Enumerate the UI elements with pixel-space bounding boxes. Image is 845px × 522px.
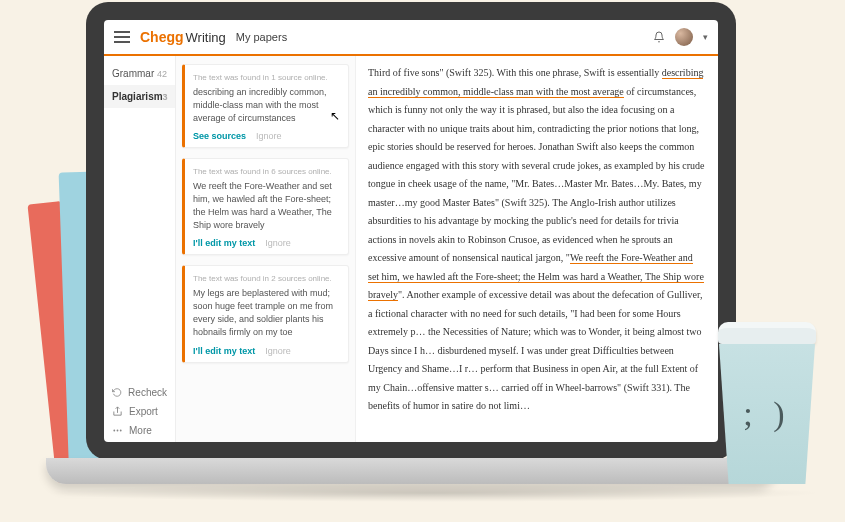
cursor-icon: ↖: [330, 109, 340, 123]
sidebar-item-count: 3: [163, 92, 168, 102]
sidebar-item-count: 42: [157, 69, 167, 79]
more-icon: [112, 425, 123, 436]
chevron-down-icon[interactable]: ▾: [703, 32, 708, 42]
card-source-note: The text was found in 1 source online.: [193, 73, 340, 82]
svg-point-0: [113, 430, 115, 432]
card-excerpt: describing an incredibly common, middle-…: [193, 86, 340, 125]
sidebar-item-grammar[interactable]: Grammar 42: [104, 62, 175, 85]
card-source-note: The text was found in 6 sources online.: [193, 167, 340, 176]
ignore-link[interactable]: Ignore: [265, 346, 291, 356]
svg-point-2: [120, 430, 122, 432]
see-sources-link[interactable]: See sources: [193, 131, 246, 141]
sidebar-recheck-label: Recheck: [128, 387, 167, 398]
sidebar-export-label: Export: [129, 406, 158, 417]
sidebar-item-label: Grammar: [112, 68, 154, 79]
edit-text-link[interactable]: I'll edit my text: [193, 346, 255, 356]
document-body[interactable]: Third of five sons" (Swift 325). With th…: [356, 56, 718, 442]
cup-face: ; ): [743, 395, 790, 433]
plagiarism-card[interactable]: The text was found in 2 sources online. …: [182, 265, 349, 362]
sidebar-export[interactable]: Export: [112, 406, 167, 417]
svg-point-1: [117, 430, 119, 432]
notifications-icon[interactable]: [653, 31, 665, 43]
card-excerpt: My legs are beplastered with mud; soon h…: [193, 287, 340, 339]
essay-text: ". Another example of excessive detail w…: [368, 289, 702, 411]
sidebar-item-plagiarism[interactable]: Plagiarism 3: [104, 85, 175, 108]
brand-logo[interactable]: Chegg Writing: [140, 29, 226, 45]
edit-text-link[interactable]: I'll edit my text: [193, 238, 255, 248]
ignore-link[interactable]: Ignore: [265, 238, 291, 248]
app-screen: Chegg Writing My papers ▾ Grammar 42 Pla…: [104, 20, 718, 442]
app-header: Chegg Writing My papers ▾: [104, 20, 718, 56]
hamburger-menu-icon[interactable]: [114, 31, 130, 43]
essay-text: Third of five sons" (Swift 325). With th…: [368, 67, 662, 78]
brand-writing: Writing: [186, 30, 226, 45]
plagiarism-card[interactable]: The text was found in 1 source online. d…: [182, 64, 349, 148]
plagiarism-card[interactable]: The text was found in 6 sources online. …: [182, 158, 349, 255]
refresh-icon: [112, 387, 122, 398]
sidebar-recheck[interactable]: Recheck: [112, 387, 167, 398]
issues-panel: The text was found in 1 source online. d…: [176, 56, 356, 442]
left-sidebar: Grammar 42 Plagiarism 3 Recheck Export: [104, 56, 176, 442]
ignore-link[interactable]: Ignore: [256, 131, 282, 141]
decor-coffee-cup: ; ): [711, 322, 823, 492]
sidebar-item-label: Plagiarism: [112, 91, 163, 102]
laptop-frame: Chegg Writing My papers ▾ Grammar 42 Pla…: [86, 2, 736, 460]
export-icon: [112, 406, 123, 417]
user-avatar[interactable]: [675, 28, 693, 46]
card-excerpt: We reeft the Fore-Weather and set him, w…: [193, 180, 340, 232]
sidebar-more-label: More: [129, 425, 152, 436]
brand-chegg: Chegg: [140, 29, 184, 45]
essay-text: of circumstances, which is funny not onl…: [368, 86, 705, 264]
sidebar-more[interactable]: More: [112, 425, 167, 436]
card-source-note: The text was found in 2 sources online.: [193, 274, 340, 283]
page-title: My papers: [236, 31, 287, 43]
